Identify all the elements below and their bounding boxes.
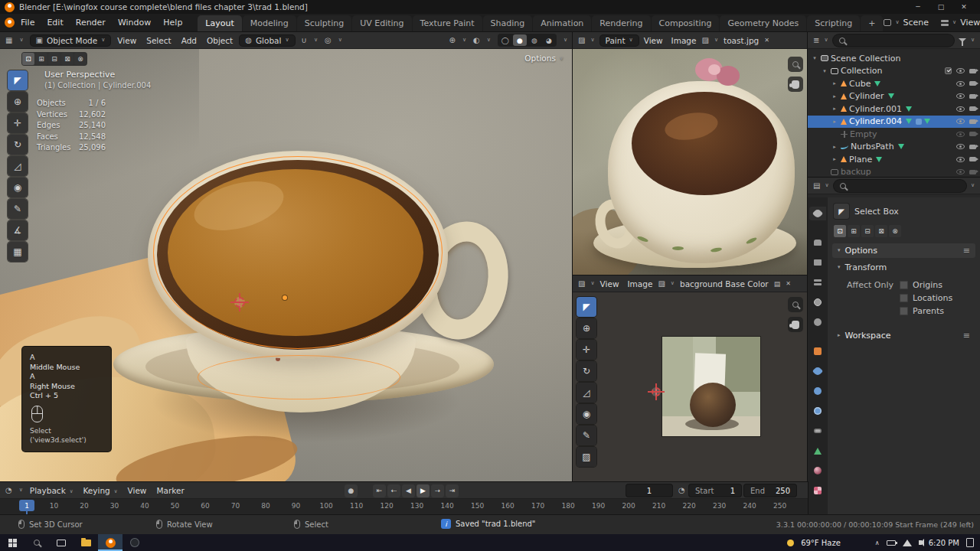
next-keyframe-button[interactable]: ⇢ bbox=[431, 484, 444, 497]
overlays-toggle-icon[interactable]: ◐ bbox=[473, 36, 480, 44]
hide-viewport-toggle[interactable] bbox=[956, 68, 965, 73]
menu-item[interactable]: Window bbox=[112, 15, 157, 30]
viewport-menu-item[interactable]: Select bbox=[146, 36, 171, 45]
3d-cursor[interactable] bbox=[234, 297, 245, 308]
hide-viewport-toggle[interactable] bbox=[956, 119, 965, 124]
app-taskbar-button[interactable] bbox=[122, 534, 147, 551]
checkbox[interactable] bbox=[900, 307, 908, 315]
select-mode-extend[interactable]: ⊞ bbox=[35, 53, 47, 65]
collection-checkbox[interactable] bbox=[945, 67, 952, 74]
disable-render-toggle[interactable] bbox=[969, 170, 976, 174]
timeline-menu[interactable]: Marker bbox=[156, 486, 184, 495]
tab-modifiers[interactable] bbox=[809, 364, 826, 378]
end-frame-field[interactable]: End 250 bbox=[744, 484, 796, 497]
transform-tool[interactable]: ◉ bbox=[8, 178, 28, 197]
snap-magnet-icon[interactable]: ∪ bbox=[302, 36, 307, 44]
workspace-tab[interactable]: Animation bbox=[533, 15, 591, 32]
editor-type-icon[interactable]: ≣ bbox=[813, 36, 819, 44]
weather-text[interactable]: 69°F Haze bbox=[801, 539, 841, 547]
cursor-tool[interactable]: ⊕ bbox=[577, 318, 596, 338]
view-layer-selector[interactable]: ∨ ViewLayer bbox=[941, 18, 980, 28]
jump-to-start-button[interactable]: ⇤ bbox=[373, 484, 386, 497]
tray-expand-icon[interactable]: ∧ bbox=[875, 540, 880, 546]
disable-render-toggle[interactable] bbox=[969, 132, 976, 136]
expand-toggle[interactable]: ▸ bbox=[831, 106, 838, 112]
select-mode-intersect[interactable]: ⊗ bbox=[889, 225, 901, 237]
add-cube-tool[interactable]: ▦ bbox=[8, 242, 28, 262]
paint-mode-dropdown[interactable]: Paint ∨ bbox=[600, 35, 639, 46]
workspace-tab[interactable]: Shading bbox=[483, 15, 533, 32]
transform-section-header[interactable]: ▾ Transform bbox=[832, 261, 975, 274]
viewport-menu-item[interactable]: Add bbox=[181, 36, 197, 45]
select-mode-new[interactable]: ⊡ bbox=[22, 53, 34, 65]
minimize-button[interactable]: ─ bbox=[906, 0, 929, 14]
expand-toggle[interactable]: ▸ bbox=[831, 119, 838, 125]
viewport-menu-item[interactable]: View bbox=[117, 36, 136, 45]
workspace-tab[interactable]: Rendering bbox=[592, 15, 650, 32]
workspace-tab[interactable]: Modeling bbox=[243, 15, 296, 32]
workspace-tab[interactable]: Sculpting bbox=[297, 15, 351, 32]
expand-toggle[interactable]: ▸ bbox=[831, 80, 838, 86]
tab-view-layer[interactable] bbox=[809, 276, 826, 289]
editor-type-icon[interactable]: ▦ bbox=[5, 36, 12, 44]
workspace-tab[interactable]: Scripting bbox=[807, 15, 860, 32]
sample-tool[interactable]: ▨ bbox=[577, 447, 596, 467]
select-box-tool[interactable]: ◤ bbox=[577, 297, 596, 317]
current-frame-field[interactable]: 1 bbox=[626, 484, 672, 497]
gizmo-toggle-icon[interactable]: ⊕ bbox=[449, 36, 456, 44]
tab-object[interactable] bbox=[809, 344, 826, 358]
tab-physics[interactable] bbox=[809, 404, 826, 418]
outliner-item[interactable]: ▸ Cylinder.001 bbox=[808, 103, 980, 116]
auto-keying-button[interactable]: ● bbox=[345, 484, 358, 497]
timeline-ruler[interactable]: 1 11020304050607080901001101201301401501… bbox=[0, 499, 808, 514]
outliner-item[interactable]: ▸ Cylinder bbox=[808, 90, 980, 103]
tab-particles[interactable] bbox=[809, 384, 826, 398]
panel-menu-icon[interactable]: ≡ bbox=[963, 246, 970, 256]
select-box-tool[interactable]: ◤ bbox=[8, 70, 28, 90]
workspace-panel-header[interactable]: ▸ Workspace ≡ bbox=[832, 328, 975, 343]
options-dropdown[interactable]: Options ∨ bbox=[524, 54, 564, 63]
tab-constraints[interactable] bbox=[809, 424, 826, 438]
select-mode-new[interactable]: ⊡ bbox=[834, 225, 846, 237]
menu-item[interactable]: Help bbox=[157, 15, 188, 30]
active-tool-icon[interactable]: ◤ bbox=[834, 204, 849, 219]
rotate-tool[interactable]: ↻ bbox=[8, 135, 28, 155]
outliner-item[interactable]: ▸ Cylinder.004 bbox=[808, 116, 980, 129]
expand-toggle[interactable]: ▸ bbox=[831, 144, 838, 150]
filter-icon[interactable] bbox=[959, 38, 966, 42]
zoom-button[interactable] bbox=[788, 57, 803, 72]
clock[interactable]: 6:20 PM bbox=[929, 539, 959, 547]
scale-tool[interactable]: ◿ bbox=[8, 156, 28, 176]
unlink-image-button[interactable]: ✕ bbox=[764, 37, 769, 44]
hide-viewport-toggle[interactable] bbox=[956, 169, 965, 174]
scene-selector[interactable]: ∨ Scene bbox=[884, 18, 929, 28]
hide-viewport-toggle[interactable] bbox=[956, 144, 965, 149]
editor-type-icon[interactable]: ▨ bbox=[578, 279, 585, 288]
image-menu-item[interactable]: Image bbox=[671, 36, 697, 45]
start-button[interactable] bbox=[0, 534, 24, 551]
panel-menu-icon[interactable]: ≡ bbox=[963, 331, 970, 341]
disable-render-toggle[interactable] bbox=[969, 157, 976, 161]
menu-item[interactable]: File bbox=[15, 15, 41, 30]
options-panel-header[interactable]: ▾ Options ≡ bbox=[832, 243, 975, 258]
taskbar-search-button[interactable] bbox=[24, 534, 49, 551]
2d-cursor[interactable] bbox=[652, 387, 661, 396]
outliner-item[interactable]: backup bbox=[808, 166, 980, 178]
image-datablock-icon[interactable]: ▨ bbox=[702, 36, 709, 44]
outliner-item[interactable]: ▾ Scene Collection bbox=[808, 52, 980, 65]
outliner-item[interactable]: ▾ Collection bbox=[808, 65, 980, 78]
menu-item[interactable]: Edit bbox=[41, 15, 69, 30]
disable-render-toggle[interactable] bbox=[969, 69, 976, 73]
hide-viewport-toggle[interactable] bbox=[956, 132, 965, 137]
image-datablock-icon[interactable]: ▨ bbox=[658, 279, 665, 288]
blender-taskbar-button[interactable] bbox=[98, 534, 122, 551]
outliner-item[interactable]: Empty bbox=[808, 128, 980, 141]
tab-world[interactable] bbox=[809, 315, 826, 329]
workspace-tab[interactable]: Geometry Nodes bbox=[720, 15, 806, 32]
select-mode-subtract[interactable]: ⊟ bbox=[861, 225, 874, 237]
hide-viewport-toggle[interactable] bbox=[956, 81, 965, 86]
close-button[interactable]: ✕ bbox=[952, 0, 975, 14]
editor-type-icon[interactable]: ▤ bbox=[813, 181, 820, 190]
tab-render[interactable] bbox=[809, 236, 826, 249]
texture-image-canvas[interactable]: ◤⊕✛↻◿◉✎▨ bbox=[573, 292, 808, 482]
